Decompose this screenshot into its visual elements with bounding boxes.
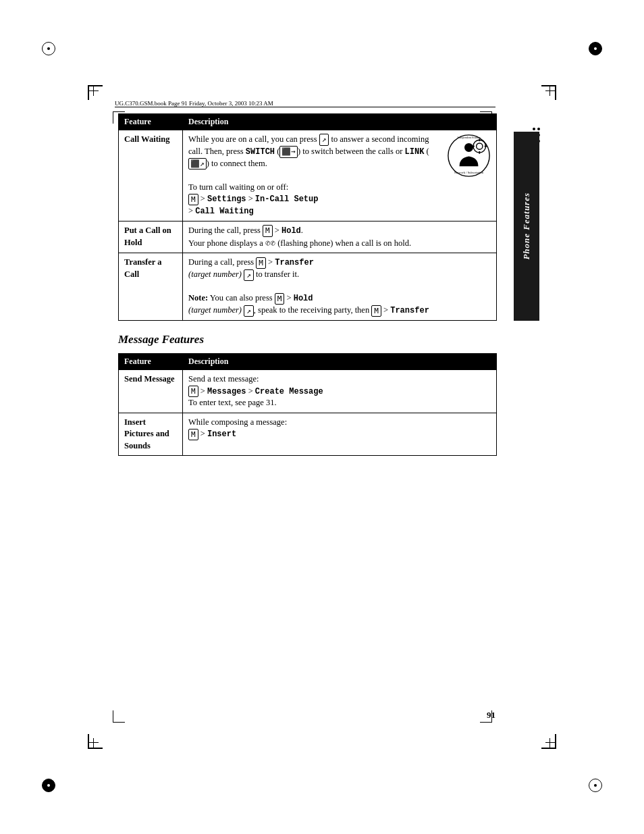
svg-text:Network / Subscription: Network / Subscription [454,171,484,174]
page-number: 91 [487,710,495,721]
hold-description: During the call, press M > Hold. Your ph… [183,221,497,253]
network-subscriber-icon: Network / Subscription Independent Featu… [447,134,491,178]
file-info-header: UG.C370.GSM.book Page 91 Friday, October… [115,100,529,107]
crosshair-tl [89,86,99,96]
insert-feature: Insert Pictures and Sounds [119,413,183,456]
msg-col-header-feature: Feature [119,354,183,370]
table-row: Transfer a Call During a call, press M >… [119,253,497,321]
call-waiting-description: Network / Subscription Independent Featu… [183,130,497,221]
send-message-feature: Send Message [119,370,183,413]
header-rule [115,107,495,107]
msg-col-header-description: Description [183,354,497,370]
table-row: Put a Call on Hold During the call, pres… [119,221,497,253]
col-header-description: Description [183,114,497,130]
content-area: Feature Description Call Waiting [118,113,497,729]
reg-mark-tl [42,42,55,55]
svg-point-2 [473,140,486,153]
crosshair-bl [89,738,99,748]
crosshair-br [545,738,555,748]
file-info-text: UG.C370.GSM.book Page 91 Friday, October… [115,100,273,107]
svg-text:Independent Feature: Independent Feature [457,136,480,139]
table-row: Call Waiting [119,130,497,221]
side-tab: Phone Features [514,132,539,321]
send-message-description: Send a text message: M > Messages > Crea… [183,370,497,413]
col-header-feature: Feature [119,114,183,130]
transfer-feature: Transfer a Call [119,253,183,321]
svg-point-3 [477,143,483,149]
crosshair-tr [545,86,555,96]
phone-features-table: Feature Description Call Waiting [118,113,497,321]
page-container: UG.C370.GSM.book Page 91 Friday, October… [0,0,644,834]
reg-mark-br [589,779,602,792]
table-row: Send Message Send a text message: M > Me… [119,370,497,413]
table-row: Insert Pictures and Sounds While composi… [119,413,497,456]
svg-point-1 [464,143,473,152]
message-features-table: Feature Description Send Message Send a … [118,353,497,456]
reg-mark-tr [589,42,602,55]
insert-description: While composing a message: M > Insert [183,413,497,456]
message-features-title: Message Features [118,333,497,346]
hold-feature: Put a Call on Hold [119,221,183,253]
reg-mark-bl [42,779,55,792]
transfer-description: During a call, press M > Transfer (targe… [183,253,497,321]
call-waiting-feature: Call Waiting [119,130,183,221]
side-tab-text: Phone Features [521,192,532,260]
